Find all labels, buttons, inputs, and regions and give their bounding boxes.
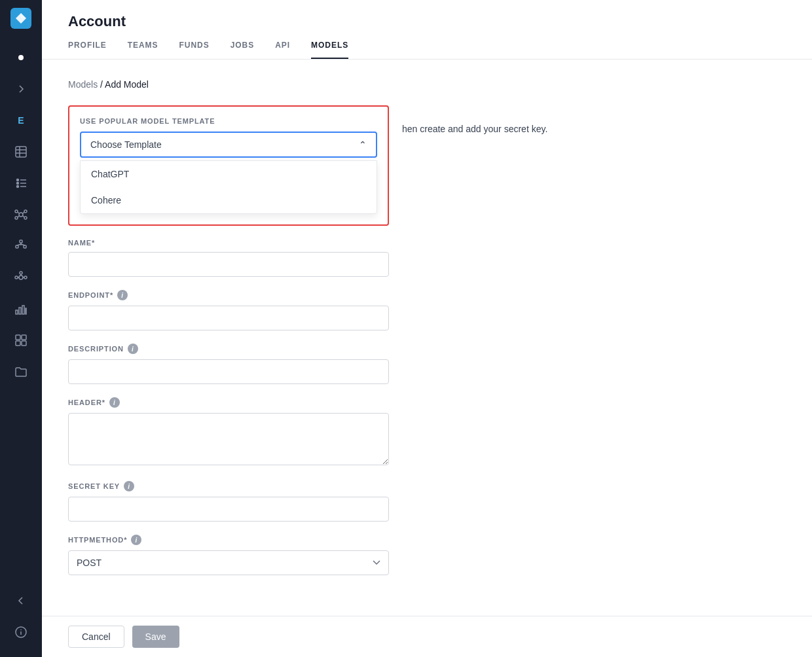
chevron-up-icon: ⌃ [359,139,367,150]
tab-models[interactable]: MODELS [311,41,348,59]
field-label-header: HEADER* i [68,397,389,408]
breadcrumb-parent[interactable]: Models [68,79,98,90]
svg-point-31 [20,272,22,274]
nav-tabs: PROFILE TEAMS FUNDS JOBS API MODELS [68,41,786,59]
content-area: Models / Add Model USE POPULAR MODEL TEM… [42,60,812,657]
sidebar-item-network[interactable] [9,266,33,289]
form-group-secret-key: SECRET KEY i [68,481,389,522]
breadcrumb-current: Add Model [105,79,149,90]
secret-key-info-icon[interactable]: i [124,481,134,491]
sidebar-item-grid2[interactable] [9,328,33,352]
field-input-secret-key[interactable] [68,497,389,522]
svg-rect-34 [19,308,21,314]
svg-line-24 [17,244,21,245]
httpmethod-info-icon[interactable]: i [131,535,141,545]
tab-teams[interactable]: TEAMS [128,41,158,59]
template-dropdown-menu: ChatGPT Cohere [80,160,377,214]
tab-api[interactable]: API [275,41,290,59]
sidebar: E [0,0,42,657]
sidebar-item-entity[interactable]: E [9,109,33,132]
svg-point-14 [15,217,18,219]
svg-rect-33 [16,310,18,314]
sidebar-item-dot[interactable] [9,46,33,69]
svg-point-43 [20,630,22,631]
svg-point-13 [24,210,27,213]
main-content: Account PROFILE TEAMS FUNDS JOBS API MOD… [42,0,812,657]
sidebar-item-folder[interactable] [9,360,33,383]
form-group-name: NAME* [68,239,389,277]
svg-rect-20 [20,240,22,243]
footer: Cancel Save [42,616,812,657]
svg-point-15 [24,217,27,219]
svg-point-28 [24,276,27,279]
dropdown-item-chatgpt[interactable]: ChatGPT [81,161,377,187]
svg-rect-21 [16,245,18,248]
field-label-name: NAME* [68,239,389,247]
form-group-endpoint: ENDPOINT* i [68,290,389,330]
svg-rect-1 [16,147,26,157]
field-input-endpoint[interactable] [68,306,389,330]
field-input-name[interactable] [68,252,389,277]
tab-funds[interactable]: FUNDS [179,41,210,59]
svg-point-27 [15,276,18,279]
tab-profile[interactable]: PROFILE [68,41,107,59]
cancel-button[interactable]: Cancel [68,626,124,648]
field-input-description[interactable] [68,359,389,384]
svg-line-18 [18,216,19,217]
sidebar-item-table[interactable] [9,140,33,164]
svg-rect-37 [16,335,20,340]
sidebar-item-barchart[interactable] [9,297,33,321]
svg-line-17 [23,212,24,213]
template-section: USE POPULAR MODEL TEMPLATE Choose Templa… [68,105,389,226]
field-label-httpmethod: HTTPMETHOD* i [68,535,389,545]
form-group-header: HEADER* i [68,397,389,468]
template-select-text: Choose Template [90,139,162,150]
svg-line-16 [18,212,19,213]
sidebar-item-collapse[interactable] [9,589,33,613]
field-select-httpmethod[interactable]: POST GET PUT DELETE [68,550,389,575]
svg-rect-22 [24,245,26,248]
form-group-httpmethod: HTTPMETHOD* i POST GET PUT DELETE [68,535,389,575]
template-select-button[interactable]: Choose Template ⌃ [80,132,377,158]
svg-line-19 [23,216,24,217]
field-label-endpoint: ENDPOINT* i [68,290,389,300]
sidebar-item-menu[interactable] [9,171,33,195]
svg-rect-39 [16,341,20,346]
svg-point-9 [17,186,19,188]
svg-rect-35 [22,306,24,314]
svg-point-5 [17,183,19,185]
svg-rect-40 [22,341,26,346]
svg-line-25 [21,244,25,245]
dropdown-item-cohere[interactable]: Cohere [81,187,377,213]
field-textarea-header[interactable] [68,413,389,465]
breadcrumb-separator: / [100,79,105,90]
form-group-description: DESCRIPTION i [68,344,389,384]
tab-jobs[interactable]: JOBS [231,41,255,59]
description-info-icon[interactable]: i [128,344,138,354]
header-info-icon[interactable]: i [109,397,120,408]
sidebar-logo[interactable] [10,8,31,31]
svg-point-7 [17,179,19,181]
endpoint-info-icon[interactable]: i [117,290,128,300]
save-button[interactable]: Save [132,626,179,648]
svg-point-26 [19,275,23,279]
svg-rect-36 [26,308,26,314]
field-label-secret-key: SECRET KEY i [68,481,389,491]
page-header: Account PROFILE TEAMS FUNDS JOBS API MOD… [42,0,812,60]
sidebar-item-expand[interactable] [9,77,33,101]
sidebar-item-cluster[interactable] [9,203,33,226]
svg-rect-38 [22,335,26,340]
field-label-description: DESCRIPTION i [68,344,389,354]
hint-text: hen create and add your secret key. [402,124,786,134]
svg-point-12 [15,210,18,213]
svg-point-11 [19,213,23,217]
page-title: Account [68,13,786,30]
sidebar-item-info[interactable] [9,620,33,644]
sidebar-item-hierarchy[interactable] [9,234,33,258]
template-label: USE POPULAR MODEL TEMPLATE [80,117,377,125]
breadcrumb: Models / Add Model [68,79,786,90]
